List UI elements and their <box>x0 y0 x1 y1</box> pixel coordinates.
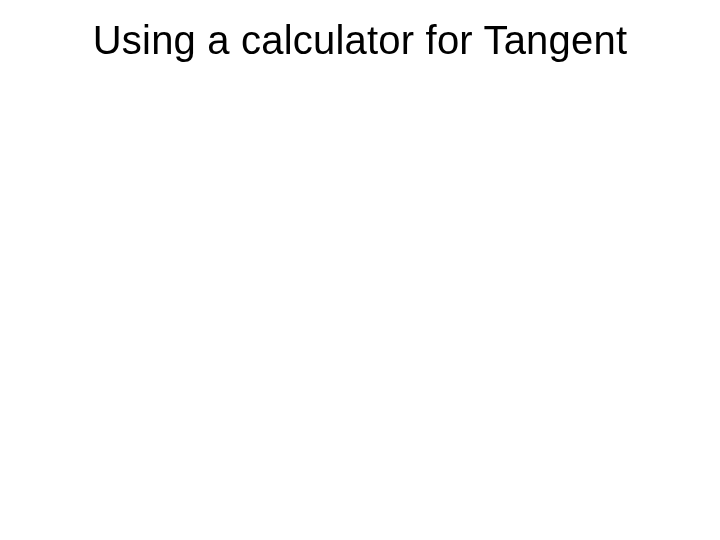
slide-title: Using a calculator for Tangent <box>0 18 720 63</box>
slide: Using a calculator for Tangent <box>0 0 720 540</box>
